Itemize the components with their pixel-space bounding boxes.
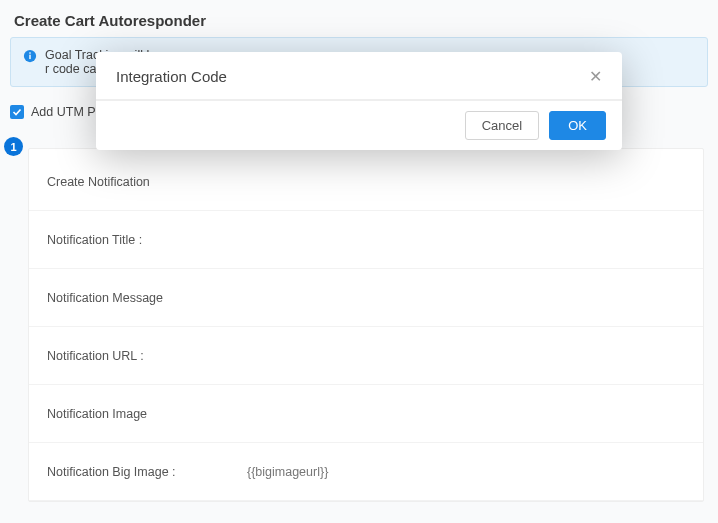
modal-title: Integration Code <box>116 68 227 85</box>
integration-code-modal: Integration Code ✕ Javascript API REST A… <box>96 52 622 150</box>
modal-body: Javascript API REST API Add to Cart Even… <box>96 99 622 100</box>
modal-footer: Cancel OK <box>96 100 622 150</box>
ok-button[interactable]: OK <box>549 111 606 140</box>
modal-backdrop: Integration Code ✕ Javascript API REST A… <box>0 0 718 523</box>
modal-header: Integration Code ✕ <box>96 52 622 99</box>
close-icon[interactable]: ✕ <box>589 69 602 85</box>
cancel-button[interactable]: Cancel <box>465 111 539 140</box>
